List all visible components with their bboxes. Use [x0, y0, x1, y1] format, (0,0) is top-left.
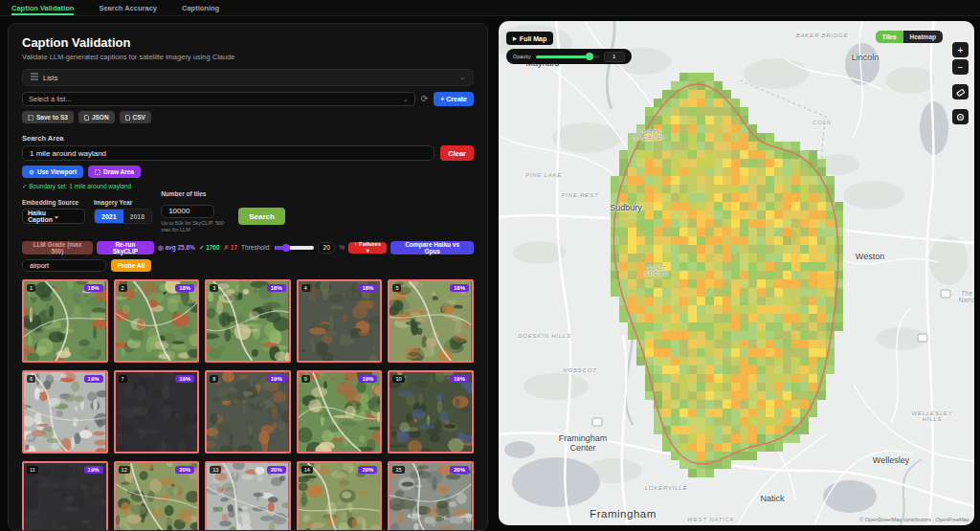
result-tile-4[interactable]: 418% [297, 279, 383, 363]
result-tile-15[interactable]: 1520% [388, 461, 474, 531]
result-tile-11[interactable]: 1119% [22, 461, 108, 531]
clear-button[interactable]: Clear [440, 145, 474, 161]
result-tile-1[interactable]: 118% [22, 279, 108, 363]
chevron-down-icon: ⌄ [403, 96, 409, 103]
map-attribution: © OpenStreetMap contributors · OpenFreeM… [859, 517, 969, 522]
embedding-source-label: Embedding Source [22, 199, 85, 206]
tile-number-badge: 5 [392, 284, 401, 292]
zoom-out-button[interactable]: − [952, 59, 969, 75]
map-panel[interactable]: MaynardBAKER BRIDGELincolnNORTH SUDBURYC… [499, 21, 974, 525]
chevron-down-icon: ⌄ [54, 212, 79, 220]
export-json-button[interactable]: JSON [78, 111, 115, 123]
export-csv-button[interactable]: CSV [120, 111, 151, 123]
toggle-heatmap-button[interactable]: Heatmap [903, 31, 943, 43]
probe-input[interactable] [22, 259, 106, 272]
avg-score-stat: ◎ avg 25.6% [158, 244, 195, 252]
tile-score-badge: 18% [175, 284, 194, 292]
tiles-hint: Up to 50k for SkyCLIP, 500 max for LLM [161, 220, 230, 233]
page-subtitle: Validate LLM-generated captions for sate… [22, 53, 474, 61]
tile-number-badge: 2 [119, 284, 127, 292]
result-tile-5[interactable]: 518% [388, 279, 474, 363]
tile-score-badge: 19% [84, 466, 103, 474]
tile-score-badge: 20% [175, 466, 194, 474]
tile-score-badge: 19% [84, 375, 103, 383]
imagery-year-segment: 20212018 [94, 209, 152, 224]
percent-sign: % [339, 244, 345, 251]
result-tile-2[interactable]: 218% [114, 279, 200, 363]
tile-number-badge: 15 [392, 466, 404, 474]
full-map-button[interactable]: ▶ Full Map [506, 32, 553, 45]
tile-number-badge: 14 [301, 466, 313, 474]
draw-area-button[interactable]: Draw Area [88, 166, 141, 178]
top-navbar: Caption ValidationSearch AccuracyCaption… [0, 0, 980, 16]
tiles-count-input[interactable] [161, 205, 214, 218]
llm-grade-button[interactable]: LLM Grade (max 500) [22, 241, 93, 254]
result-tile-14[interactable]: 1420% [297, 461, 383, 531]
result-tile-9[interactable]: 919% [297, 370, 383, 454]
tile-score-badge: 19% [450, 375, 469, 383]
tile-number-badge: 1 [27, 284, 35, 292]
result-tile-7[interactable]: 719% [114, 370, 200, 454]
boundary-status: ✓ Boundary set: 1 mile around wayland [22, 183, 474, 190]
result-tile-13[interactable]: 1320% [205, 461, 291, 531]
imagery-year-2021[interactable]: 2021 [95, 210, 123, 223]
eraser-icon [956, 88, 965, 97]
lists-section-toggle[interactable]: Lists ⌄ [22, 69, 474, 86]
imagery-year-2018[interactable]: 2018 [123, 210, 152, 223]
search-area-input[interactable] [22, 145, 434, 161]
tile-number-badge: 11 [27, 466, 38, 474]
locate-icon [956, 113, 965, 122]
lists-header-label: Lists [43, 74, 455, 82]
use-viewport-button[interactable]: Use Viewport [22, 166, 83, 178]
opacity-slider[interactable] [536, 55, 599, 58]
search-button[interactable]: Search [238, 208, 285, 225]
result-tile-8[interactable]: 819% [205, 370, 291, 454]
toggle-tiles-button[interactable]: Tiles [876, 31, 903, 43]
tile-score-badge: 18% [267, 284, 286, 292]
tile-number-badge: 9 [301, 375, 310, 383]
tile-number-badge: 3 [210, 284, 218, 292]
result-tile-10[interactable]: 1019% [388, 370, 474, 454]
probe-all-button[interactable]: Probe All [111, 259, 151, 272]
result-tile-6[interactable]: 619% [22, 370, 108, 454]
threshold-input[interactable] [318, 242, 335, 254]
zoom-in-button[interactable]: + [952, 42, 969, 57]
tiles-label: Number of tiles [161, 190, 230, 197]
result-tile-grid: 118%218%318%418%518%619%719%819%919%1019… [22, 279, 474, 531]
chevron-down-icon: ⌄ [459, 74, 465, 81]
tile-number-badge: 6 [27, 375, 35, 383]
nav-tab-caption-validation[interactable]: Caption Validation [11, 0, 74, 15]
create-list-button[interactable]: + Create [434, 92, 474, 106]
page-title: Caption Validation [22, 35, 474, 50]
file-icon [84, 115, 89, 121]
embedding-source-select[interactable]: Haiku Caption ⌄ [22, 209, 85, 224]
tile-number-badge: 8 [210, 375, 218, 383]
slider-knob[interactable] [282, 244, 290, 252]
list-select-placeholder: Select a list... [29, 95, 403, 103]
eraser-tool-button[interactable] [952, 84, 969, 100]
tile-number-badge: 10 [392, 375, 404, 383]
tile-number-badge: 7 [119, 375, 127, 383]
nav-tab-captioning[interactable]: Captioning [182, 0, 219, 15]
save-icon [28, 115, 33, 121]
compare-haiku-opus-button[interactable]: Compare Haiku vs Opus [390, 241, 474, 254]
result-tile-3[interactable]: 318% [205, 279, 291, 363]
number-of-tiles-group: Number of tiles Up to 50k for SkyCLIP, 5… [161, 190, 230, 233]
tile-score-badge: 18% [84, 284, 103, 292]
list-icon [31, 73, 38, 82]
result-tile-12[interactable]: 1220% [114, 461, 200, 531]
save-to-s3-button[interactable]: Save to S3 [22, 111, 74, 123]
crosshair-icon [29, 169, 34, 175]
failures-button[interactable]: ↑ Failures ▾ [348, 242, 387, 254]
list-select[interactable]: Select a list... ⌄ [22, 92, 415, 106]
opacity-label: Opacity [513, 54, 531, 59]
locate-button[interactable] [952, 109, 969, 124]
threshold-slider[interactable] [275, 246, 314, 250]
opacity-slider-knob[interactable] [586, 53, 593, 60]
rerun-skyclip-button[interactable]: Re-run SkyCLIP [97, 241, 154, 254]
draw-square-icon [95, 169, 100, 175]
tile-score-badge: 18% [450, 284, 469, 292]
nav-tab-search-accuracy[interactable]: Search Accuracy [99, 0, 157, 15]
refresh-icon[interactable]: ⟳ [421, 95, 429, 103]
threshold-label: Threshold: [241, 244, 271, 251]
